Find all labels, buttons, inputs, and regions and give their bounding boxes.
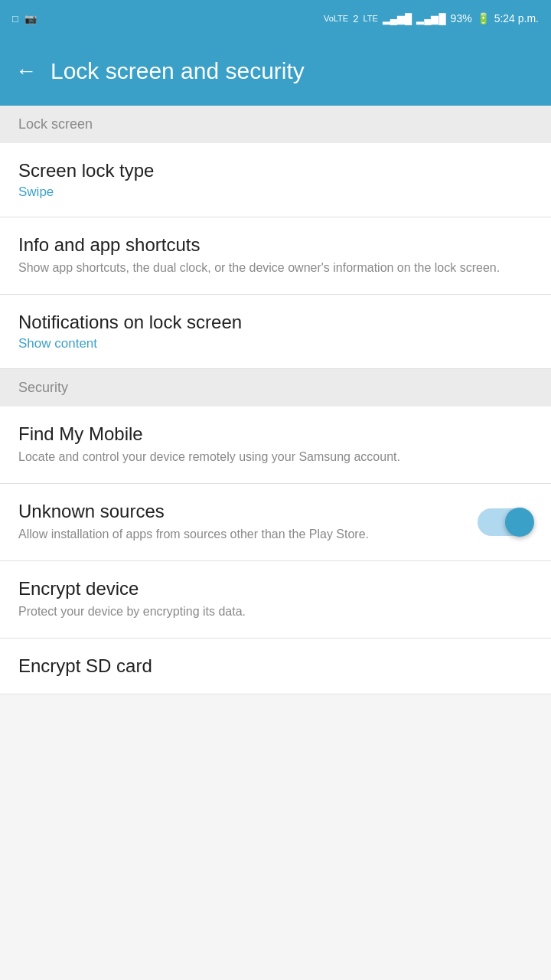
settings-item-content-screen-lock-type: Screen lock type Swipe bbox=[18, 160, 533, 200]
status-bar: □ 📷 VoLTE 2 LTE ▂▄▆█ ▂▄▆█ 93% 🔋 5:24 p.m… bbox=[0, 0, 551, 37]
clock: 5:24 p.m. bbox=[494, 12, 539, 24]
settings-item-unknown-sources[interactable]: Unknown sources Allow installation of ap… bbox=[0, 484, 551, 561]
status-bar-left: □ 📷 bbox=[12, 13, 37, 24]
settings-item-find-my-mobile[interactable]: Find My Mobile Locate and control your d… bbox=[0, 407, 551, 484]
sim2-indicator: 2 bbox=[353, 13, 358, 24]
notifications-lock-subtitle: Show content bbox=[18, 336, 533, 351]
unknown-sources-toggle-container bbox=[478, 508, 533, 536]
lte-indicator: LTE bbox=[363, 14, 377, 23]
wifi-icon: □ bbox=[12, 13, 18, 24]
unknown-sources-desc: Allow installation of apps from sources … bbox=[18, 525, 465, 544]
encrypt-device-desc: Protect your device by encrypting its da… bbox=[18, 603, 533, 621]
toggle-knob bbox=[505, 508, 534, 537]
encrypt-device-title: Encrypt device bbox=[18, 578, 533, 599]
settings-item-content-encrypt-sd-card: Encrypt SD card bbox=[18, 655, 533, 677]
unknown-sources-toggle[interactable] bbox=[478, 508, 533, 536]
screen-lock-type-title: Screen lock type bbox=[18, 160, 533, 181]
top-app-bar: ← Lock screen and security bbox=[0, 37, 551, 106]
settings-item-content-info-shortcuts: Info and app shortcuts Show app shortcut… bbox=[18, 234, 533, 277]
status-bar-right: VoLTE 2 LTE ▂▄▆█ ▂▄▆█ 93% 🔋 5:24 p.m. bbox=[324, 12, 539, 24]
volte-indicator: VoLTE bbox=[324, 14, 348, 23]
battery-percentage: 93% bbox=[451, 12, 472, 24]
info-shortcuts-desc: Show app shortcuts, the dual clock, or t… bbox=[18, 259, 533, 277]
image-icon: 📷 bbox=[24, 13, 37, 24]
find-my-mobile-desc: Locate and control your device remotely … bbox=[18, 448, 533, 466]
settings-item-notifications-lock[interactable]: Notifications on lock screen Show conten… bbox=[0, 295, 551, 369]
back-button[interactable]: ← bbox=[15, 59, 37, 83]
section-header-security: Security bbox=[0, 369, 551, 407]
unknown-sources-title: Unknown sources bbox=[18, 501, 465, 522]
info-shortcuts-title: Info and app shortcuts bbox=[18, 234, 533, 256]
battery-icon: 🔋 bbox=[477, 12, 490, 24]
notifications-lock-title: Notifications on lock screen bbox=[18, 312, 533, 333]
settings-item-screen-lock-type[interactable]: Screen lock type Swipe bbox=[0, 143, 551, 217]
settings-item-content-find-my-mobile: Find My Mobile Locate and control your d… bbox=[18, 423, 533, 466]
settings-item-content-notifications-lock: Notifications on lock screen Show conten… bbox=[18, 312, 533, 351]
settings-item-encrypt-device[interactable]: Encrypt device Protect your device by en… bbox=[0, 561, 551, 639]
settings-item-content-unknown-sources: Unknown sources Allow installation of ap… bbox=[18, 501, 465, 544]
signal-bars-2: ▂▄▆█ bbox=[416, 13, 445, 24]
screen-lock-type-subtitle: Swipe bbox=[18, 185, 533, 200]
settings-item-info-shortcuts[interactable]: Info and app shortcuts Show app shortcut… bbox=[0, 217, 551, 295]
find-my-mobile-title: Find My Mobile bbox=[18, 423, 533, 445]
section-header-lock-screen: Lock screen bbox=[0, 106, 551, 143]
signal-bars: ▂▄▆█ bbox=[383, 13, 412, 24]
encrypt-sd-card-title: Encrypt SD card bbox=[18, 655, 533, 677]
settings-item-content-encrypt-device: Encrypt device Protect your device by en… bbox=[18, 578, 533, 621]
page-title: Lock screen and security bbox=[51, 58, 305, 84]
settings-item-encrypt-sd-card[interactable]: Encrypt SD card bbox=[0, 639, 551, 694]
